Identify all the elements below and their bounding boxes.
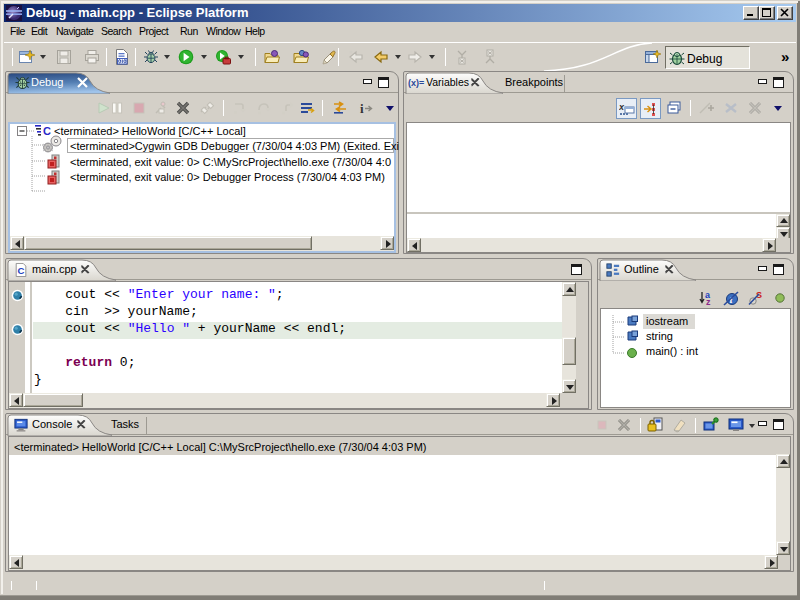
- svg-text:x: x: [619, 102, 625, 112]
- svg-text:C: C: [43, 125, 51, 137]
- svg-text:i: i: [360, 101, 364, 116]
- svg-text:C: C: [18, 265, 25, 276]
